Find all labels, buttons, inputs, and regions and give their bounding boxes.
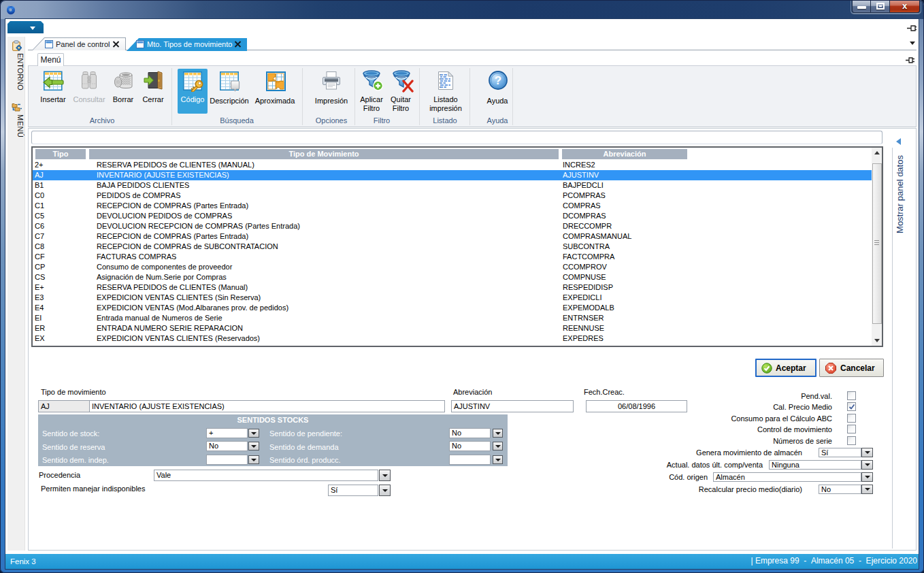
svg-text:?: ? (495, 74, 501, 87)
